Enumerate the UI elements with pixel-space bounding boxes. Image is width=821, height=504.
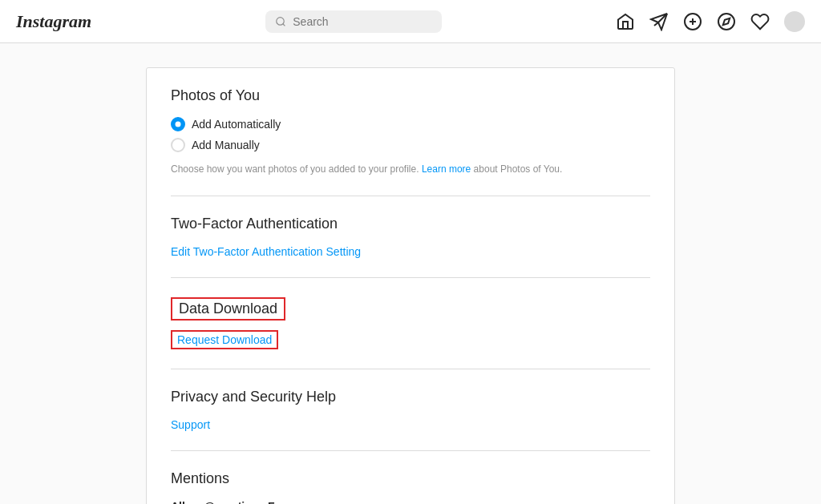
search-input[interactable] xyxy=(293,15,432,28)
content-panel: Photos of You Add Automatically Add Manu… xyxy=(146,67,675,504)
mentions-label: Allow @mentions From xyxy=(171,500,650,504)
svg-point-0 xyxy=(277,17,284,24)
data-download-title: Data Download xyxy=(179,300,277,317)
photos-radio-group: Add Automatically Add Manually xyxy=(171,117,650,152)
radio-input-automatic[interactable] xyxy=(171,117,185,131)
radio-input-manual[interactable] xyxy=(171,138,185,152)
navbar: Instagram xyxy=(0,0,821,43)
photos-desc-suffix: about Photos of You. xyxy=(474,163,563,175)
learn-more-link[interactable]: Learn more xyxy=(422,163,471,175)
home-icon[interactable] xyxy=(616,12,635,31)
new-post-icon[interactable] xyxy=(683,12,702,31)
photos-description: Choose how you want photos of you added … xyxy=(171,162,650,176)
photos-desc-text: Choose how you want photos of you added … xyxy=(171,163,419,175)
data-download-highlight-box: Data Download xyxy=(171,297,285,321)
svg-point-6 xyxy=(718,14,734,30)
two-factor-title: Two-Factor Authentication xyxy=(171,216,650,232)
two-factor-link[interactable]: Edit Two-Factor Authentication Setting xyxy=(171,245,361,258)
mentions-title: Mentions xyxy=(171,470,650,487)
photos-of-you-title: Photos of You xyxy=(171,87,650,104)
activity-icon[interactable] xyxy=(750,12,770,31)
radio-label-manual: Add Manually xyxy=(192,139,260,151)
instagram-logo[interactable]: Instagram xyxy=(16,11,91,32)
svg-line-1 xyxy=(283,23,285,26)
section-privacy-help: Privacy and Security Help Support xyxy=(171,369,650,451)
request-download-link[interactable]: Request Download xyxy=(177,333,272,346)
radio-add-automatically[interactable]: Add Automatically xyxy=(171,117,650,131)
section-photos-of-you: Photos of You Add Automatically Add Manu… xyxy=(171,68,650,196)
radio-add-manually[interactable]: Add Manually xyxy=(171,138,650,152)
explore-icon[interactable] xyxy=(717,12,736,31)
search-bar xyxy=(265,10,442,33)
support-link[interactable]: Support xyxy=(171,418,210,431)
search-icon xyxy=(275,15,286,28)
section-two-factor: Two-Factor Authentication Edit Two-Facto… xyxy=(171,196,650,278)
radio-label-automatic: Add Automatically xyxy=(192,118,281,131)
section-mentions: Mentions Allow @mentions From xyxy=(171,451,650,504)
svg-marker-7 xyxy=(723,18,730,24)
request-download-highlight-box: Request Download xyxy=(171,330,278,349)
main-layout: Photos of You Add Automatically Add Manu… xyxy=(0,43,821,504)
nav-icons xyxy=(616,11,805,32)
direct-icon[interactable] xyxy=(649,12,669,31)
avatar[interactable] xyxy=(784,11,805,32)
section-data-download: Data Download Request Download xyxy=(171,278,650,369)
privacy-help-title: Privacy and Security Help xyxy=(171,389,650,405)
